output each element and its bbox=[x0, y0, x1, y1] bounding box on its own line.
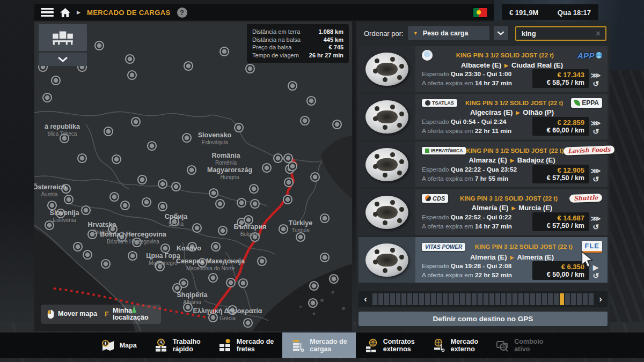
clear-search-icon[interactable]: ✕ bbox=[595, 29, 601, 38]
cargo-thumbnail bbox=[358, 46, 415, 92]
cargo-offer-row[interactable]: TSATLAS KING PIN 3 1/2 SOLID JOST (22 t)… bbox=[358, 94, 608, 139]
cargo-offer-row[interactable]: IBERATÓMICA KING PIN 3 1/2 SOLID JOST (2… bbox=[358, 142, 608, 187]
nav-item-mercado-de-fretes[interactable]: Mercado defretes bbox=[209, 333, 282, 358]
cargo-offer-row[interactable]: CDS KING PIN 3 1/2 SOLID JOST (22 t) Shu… bbox=[358, 189, 608, 235]
cargo-times: Esperado Qua 22:52 - Qui 0:22 A oferta e… bbox=[422, 213, 512, 231]
scroll-segment[interactable] bbox=[449, 293, 453, 305]
fast-forward-icon[interactable]: ⋙ bbox=[591, 167, 601, 175]
return-trip-icon[interactable]: ↺ bbox=[592, 272, 599, 280]
scroll-segment[interactable] bbox=[495, 293, 500, 305]
cargo-type-button[interactable] bbox=[39, 24, 87, 51]
my-location-hint[interactable]: F Minha localização bbox=[105, 307, 155, 321]
nav-item-mapa[interactable]: Mapa bbox=[92, 333, 145, 358]
scroll-segment[interactable] bbox=[425, 293, 430, 305]
fast-forward-icon[interactable]: ⋙ bbox=[591, 119, 601, 127]
cargo-offer-row[interactable]: KING PIN 3 1/2 SOLID JOST (22 t) APP Alb… bbox=[358, 46, 608, 92]
scroll-segment[interactable] bbox=[589, 293, 594, 305]
scroll-right-icon[interactable]: › bbox=[596, 292, 605, 306]
svg-text:Österreich: Österreich bbox=[34, 183, 66, 191]
price-per-km: € 50,00 / km bbox=[537, 271, 584, 278]
set-gps-destination-button[interactable]: Definir como destino no GPS bbox=[358, 312, 608, 326]
cargo-times: Esperado Qua 19:28 - Qui 2:08 A oferta e… bbox=[422, 262, 512, 280]
scroll-segment[interactable] bbox=[536, 293, 541, 305]
fast-forward-icon[interactable]: ⋙ bbox=[591, 71, 601, 79]
destination-company-logo: APP bbox=[577, 51, 602, 60]
scroll-segment[interactable] bbox=[548, 293, 553, 305]
scroll-segment[interactable] bbox=[583, 293, 588, 305]
search-box[interactable]: ✕ bbox=[515, 26, 606, 41]
scroll-segment[interactable] bbox=[518, 293, 523, 305]
scroll-segment[interactable] bbox=[460, 293, 465, 305]
fast-forward-icon[interactable]: ▶ bbox=[593, 263, 598, 271]
scroll-segment[interactable] bbox=[513, 293, 517, 305]
nav-item-contratos-externos[interactable]: Contratosexternos bbox=[356, 333, 423, 358]
scroll-segment[interactable] bbox=[454, 293, 459, 305]
return-trip-icon[interactable]: ↺ bbox=[592, 128, 599, 136]
scroll-segment[interactable] bbox=[484, 293, 488, 305]
home-icon[interactable] bbox=[60, 8, 70, 17]
map-icon bbox=[101, 338, 115, 352]
nav-item-label: Comboioativo bbox=[514, 338, 543, 353]
scroll-segment[interactable] bbox=[554, 293, 559, 305]
price-box: € 22.859 € 60,00 / km bbox=[532, 117, 589, 136]
search-input[interactable] bbox=[521, 29, 592, 38]
scroll-segment[interactable] bbox=[396, 293, 401, 305]
scroll-segment[interactable] bbox=[472, 293, 477, 305]
cargo-times: Esperado Qua 22:22 - Qua 23:52 A oferta … bbox=[422, 165, 517, 183]
return-trip-icon[interactable]: ↺ bbox=[592, 175, 599, 183]
menu-icon[interactable] bbox=[41, 8, 54, 17]
cargo-title: KING PIN 3 1/2 SOLID JOST (22 t) bbox=[448, 195, 569, 202]
scroll-segment[interactable] bbox=[577, 293, 582, 305]
scroll-segment[interactable] bbox=[384, 293, 389, 305]
scroll-segment[interactable] bbox=[372, 293, 377, 305]
scroll-segment[interactable] bbox=[489, 293, 494, 305]
scroll-segment[interactable] bbox=[571, 293, 576, 305]
origin-city: Almaraz (E) bbox=[469, 156, 507, 164]
svg-text:Bosna i Hercegovina: Bosna i Hercegovina bbox=[100, 231, 167, 238]
scroll-segment[interactable] bbox=[413, 293, 418, 305]
scroll-segment[interactable] bbox=[542, 293, 547, 305]
sort-dropdown[interactable]: ▼ Peso da carga bbox=[408, 26, 489, 40]
price-per-km: € 57,50 / km bbox=[537, 174, 584, 182]
svg-text:Hrvatska: Hrvatska bbox=[88, 221, 117, 228]
list-scrollbar[interactable]: ‹ › bbox=[358, 291, 608, 307]
destination-company-logo: EPPA bbox=[571, 98, 602, 108]
scroll-segment[interactable] bbox=[401, 293, 406, 305]
price-per-km: € 60,00 / km bbox=[537, 127, 584, 134]
cargo-offer-row[interactable]: VITAS POWER KING PIN 3 1/2 SOLID JOST (2… bbox=[358, 237, 608, 283]
help-icon[interactable]: ? bbox=[177, 8, 187, 18]
collapse-button[interactable] bbox=[39, 53, 87, 66]
scroll-segment[interactable] bbox=[407, 293, 412, 305]
scroll-segment[interactable] bbox=[466, 293, 471, 305]
scroll-segment[interactable] bbox=[478, 293, 482, 305]
sort-expand-button[interactable] bbox=[494, 26, 508, 40]
nav-item-mercado-de-cargas[interactable]: Mercado decargas bbox=[282, 333, 355, 358]
scroll-segment[interactable] bbox=[419, 293, 424, 305]
svg-text:Северна Македонија: Северна Македонија bbox=[176, 257, 245, 265]
sort-order-icon: ▼ bbox=[413, 31, 418, 36]
nav-item-trabalho-r-pido[interactable]: Trabalhorápido bbox=[145, 333, 209, 358]
scroll-left-icon[interactable]: ‹ bbox=[361, 292, 370, 306]
scroll-segment[interactable] bbox=[565, 293, 570, 305]
svg-text:Albânia: Albânia bbox=[183, 299, 201, 305]
return-trip-icon[interactable]: ↺ bbox=[592, 223, 599, 231]
cargo-thumbnail bbox=[358, 94, 415, 139]
scroll-segment[interactable] bbox=[501, 293, 506, 305]
scroll-track[interactable] bbox=[372, 293, 594, 305]
fast-forward-icon[interactable]: ⋙ bbox=[591, 215, 601, 223]
status-box: € 191,9M Qua 18:17 bbox=[502, 4, 598, 20]
scroll-segment[interactable] bbox=[530, 293, 535, 305]
scroll-thumb[interactable] bbox=[560, 293, 565, 305]
scroll-segment[interactable] bbox=[524, 293, 529, 305]
scroll-segment[interactable] bbox=[378, 293, 383, 305]
scroll-segment[interactable] bbox=[443, 293, 448, 305]
map-panel[interactable]: á republikablica TchecaSlovenskoEslováqu… bbox=[34, 21, 352, 331]
scroll-segment[interactable] bbox=[437, 293, 442, 305]
nav-item-mercado-externo[interactable]: Mercadoexterno bbox=[423, 333, 487, 358]
scroll-segment[interactable] bbox=[390, 293, 395, 305]
return-trip-icon[interactable]: ↺ bbox=[592, 80, 599, 88]
scroll-segment[interactable] bbox=[507, 293, 511, 305]
cargo-times: Esperado Qui 0:54 - Qui 2:24 A oferta ex… bbox=[422, 117, 511, 136]
info-value: 1.088 km bbox=[319, 28, 343, 36]
scroll-segment[interactable] bbox=[431, 293, 436, 305]
